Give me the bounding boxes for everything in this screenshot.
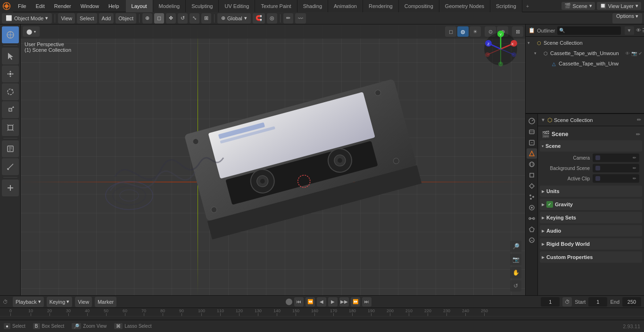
menu-help[interactable]: Help — [104, 0, 124, 12]
cursor-btn[interactable]: ⊕ — [142, 13, 152, 24]
marker-menu[interactable]: Marker — [95, 297, 116, 307]
collection-edit-icon[interactable]: ✏ — [637, 117, 641, 123]
tab-geometry-nodes[interactable]: Geometry Nodes — [439, 0, 490, 12]
scene-selector[interactable]: 🎬 Scene ▾ — [561, 2, 595, 10]
play-btn[interactable]: ▶ — [328, 297, 338, 307]
tab-rendering[interactable]: Rendering — [363, 0, 399, 12]
scene-edit-pencil[interactable]: ✏ — [636, 131, 640, 138]
options-btn[interactable]: Options ▾ — [612, 13, 642, 24]
tab-animation[interactable]: Animation — [328, 0, 363, 12]
eye-icon[interactable]: 👁 — [636, 27, 641, 33]
next-keyframe-btn[interactable]: ⏩ — [351, 297, 360, 307]
camera-value[interactable]: ✏ — [593, 154, 639, 162]
material-props-btn[interactable] — [527, 235, 537, 245]
cam-toggle[interactable]: 📷 — [631, 51, 637, 56]
data-props-btn[interactable] — [527, 224, 537, 235]
tab-sculpting[interactable]: Sculpting — [186, 0, 219, 12]
sel-toggle[interactable]: ✔ — [638, 51, 642, 56]
viewport-shading-btn[interactable]: ⬤ ▾ — [23, 26, 40, 37]
object-props-btn[interactable] — [527, 170, 537, 180]
view-menu[interactable]: View — [58, 13, 75, 24]
grease-btn[interactable]: 〰 — [295, 13, 306, 24]
mode-dropdown[interactable]: ⬜ Object Mode ▾ — [2, 13, 52, 24]
tool-move[interactable] — [2, 65, 19, 82]
current-frame-input[interactable] — [541, 297, 560, 307]
outliner-item-cassette[interactable]: ▾ ⬡ Cassette_Tape_with_Unwoun 👁 📷 ✔ — [526, 48, 644, 58]
render-props-btn[interactable] — [527, 116, 537, 126]
modifier-props-btn[interactable] — [527, 181, 537, 191]
menu-file[interactable]: File — [13, 0, 31, 12]
view-menu-tl[interactable]: View — [75, 297, 92, 307]
world-props-btn[interactable] — [527, 159, 537, 170]
3d-viewport[interactable]: ⬤ ▾ ◻ ◍ ☀ ⊙ ⊕ ⊠ User Perspective ( — [21, 24, 525, 295]
outliner-item-mesh[interactable]: △ Cassette_Tape_with_Unw — [526, 58, 644, 69]
physics-props-btn[interactable] — [527, 202, 537, 213]
viewport-shading-material[interactable]: ◍ — [457, 26, 469, 37]
output-props-btn[interactable] — [527, 127, 537, 137]
transform-orientation[interactable]: ⊕ Global ▾ — [217, 13, 251, 24]
tab-shading[interactable]: Shading — [297, 0, 328, 12]
tab-modeling[interactable]: Modeling — [153, 0, 186, 12]
start-val[interactable]: 1 — [588, 297, 607, 307]
record-btn[interactable] — [286, 299, 292, 305]
transform-btn[interactable]: ⊞ — [201, 13, 211, 24]
timeline-tracks[interactable] — [0, 316, 644, 320]
tool-annotate[interactable] — [2, 140, 19, 157]
menu-render[interactable]: Render — [50, 0, 76, 12]
active-clip-value[interactable]: ✏ — [593, 174, 639, 183]
outliner-scene-collection[interactable]: ▾ ⬡ Scene Collection — [526, 38, 644, 48]
annotations-btn[interactable]: ✏ — [283, 13, 293, 24]
viewport-display-icon[interactable]: ☰ — [642, 27, 644, 33]
tool-scale[interactable] — [2, 101, 19, 118]
tool-add[interactable] — [2, 179, 19, 196]
viewport-overlay-btn[interactable]: ⊙ — [485, 26, 496, 37]
proportional-btn[interactable]: ◎ — [267, 13, 277, 24]
xray-btn[interactable]: ⊠ — [512, 26, 523, 37]
add-workspace-button[interactable]: + — [522, 3, 533, 9]
tab-scripting[interactable]: Scripting — [490, 0, 522, 12]
menu-window[interactable]: Window — [76, 0, 104, 12]
tab-uv-editing[interactable]: UV Editing — [219, 0, 255, 12]
scale-btn[interactable]: ⤡ — [190, 13, 199, 24]
tool-select[interactable] — [2, 48, 19, 65]
keying-sets-header[interactable]: ▶ Keying Sets — [540, 212, 642, 223]
tool-rotate[interactable] — [2, 83, 19, 100]
view-layer-props-btn[interactable] — [527, 138, 537, 148]
zoom-icon[interactable]: 🔎 — [510, 241, 521, 252]
outliner-search[interactable] — [557, 26, 621, 35]
scene-sub-header[interactable]: ▾ Scene — [540, 140, 642, 152]
tool-cursor[interactable] — [2, 26, 19, 43]
rotate-btn[interactable]: ↺ — [178, 13, 188, 24]
prev-frame-btn[interactable]: ◀ — [317, 297, 326, 307]
camera-icon[interactable]: 📷 — [510, 254, 521, 265]
units-header[interactable]: ▶ Units — [540, 186, 642, 197]
prev-keyframe-btn[interactable]: ⏪ — [305, 297, 315, 307]
playback-menu[interactable]: Playback ▾ — [13, 297, 44, 307]
keying-menu[interactable]: Keying ▾ — [47, 297, 73, 307]
hand-icon[interactable]: ✋ — [510, 267, 521, 278]
particles-props-btn[interactable] — [527, 192, 537, 202]
gravity-header[interactable]: ▶ ✓ Gravity — [540, 199, 642, 210]
menu-edit[interactable]: Edit — [31, 0, 50, 12]
rotate-icon[interactable]: ↺ — [510, 280, 521, 292]
rigid-body-header[interactable]: ▶ Rigid Body World — [540, 238, 642, 250]
jump-start-btn[interactable]: ⏮ — [294, 297, 304, 307]
view-layer-selector[interactable]: 🔲 View Layer ▾ — [597, 2, 641, 10]
viewport-shading-rendered[interactable]: ☀ — [470, 26, 481, 37]
snap-btn[interactable]: 🧲 — [253, 13, 265, 24]
object-menu[interactable]: Object — [116, 13, 136, 24]
move-btn[interactable]: ✥ — [166, 13, 176, 24]
tool-transform[interactable] — [2, 119, 19, 136]
eye-toggle[interactable]: 👁 — [625, 51, 630, 56]
tab-compositing[interactable]: Compositing — [399, 0, 439, 12]
clock-icon[interactable]: ⏱ — [562, 297, 572, 307]
tool-measure[interactable] — [2, 158, 19, 175]
end-val[interactable]: 250 — [622, 297, 641, 307]
tab-texture-paint[interactable]: Texture Paint — [255, 0, 297, 12]
next-frame-btn[interactable]: ▶▶ — [339, 297, 349, 307]
select-menu[interactable]: Select — [77, 13, 97, 24]
gravity-checkbox[interactable]: ✓ — [546, 201, 553, 208]
add-menu[interactable]: Add — [99, 13, 114, 24]
constraints-props-btn[interactable] — [527, 213, 537, 224]
tab-layout[interactable]: Layout — [126, 0, 153, 12]
